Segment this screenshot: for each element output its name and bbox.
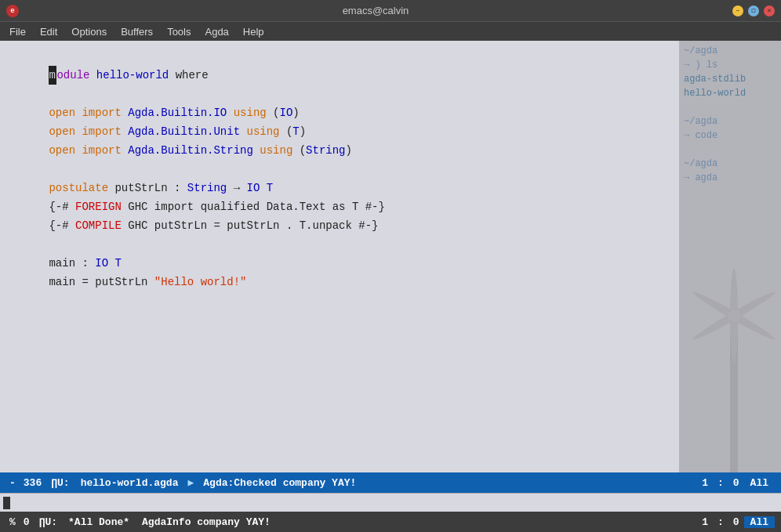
sb-col1: 1 xyxy=(697,477,713,489)
sb2-num: 0 xyxy=(19,516,35,528)
right-line-2: → ) ls xyxy=(684,58,776,72)
statusbar-main: - 336 ∏U: hello-world.agda ▶ Agda:Checke… xyxy=(0,472,781,493)
menu-help[interactable]: Help xyxy=(237,24,271,39)
menu-options[interactable]: Options xyxy=(65,24,113,39)
code-line-1: module hello-world where xyxy=(9,47,670,66)
svg-point-4 xyxy=(728,309,740,322)
statusbar-secondary: % 0 ∏U: *All Done* AgdaInfo company YAY!… xyxy=(0,512,781,532)
right-line-4: hello-world xyxy=(684,86,776,100)
sb-col2: 0 xyxy=(728,477,744,489)
sb-colon: : xyxy=(713,477,728,489)
titlebar: e emacs@calvin – ◻ ✕ xyxy=(0,0,781,22)
code-line-7: postulate putStrLn : String → IO T xyxy=(9,160,670,179)
menubar: File Edit Options Buffers Tools Agda Hel… xyxy=(0,22,781,41)
minibuffer[interactable] xyxy=(0,493,781,512)
menu-file[interactable]: File xyxy=(3,24,32,39)
right-line-1: ~/agda xyxy=(684,44,776,58)
sb2-message: AgdaInfo company YAY! xyxy=(136,516,697,528)
sb2-col2: 0 xyxy=(728,516,744,528)
right-line-5 xyxy=(684,100,776,114)
turbine-decoration xyxy=(679,237,781,472)
sb2-col1: 1 xyxy=(697,516,713,528)
minibuffer-cursor xyxy=(3,497,10,509)
window-title: emacs@calvin xyxy=(19,5,732,16)
app-logo: e xyxy=(6,5,19,17)
menu-edit[interactable]: Edit xyxy=(34,24,64,39)
sb-mode: ∏U: xyxy=(46,477,74,489)
sb-arrow: ▶ xyxy=(184,476,197,489)
sb-message: Agda:Checked company YAY! xyxy=(197,477,697,489)
sb-filename: hello-world.agda xyxy=(74,477,185,489)
sb-linecount: 336 xyxy=(19,477,46,489)
right-line-7: → code xyxy=(684,128,776,143)
close-button[interactable]: ✕ xyxy=(764,5,775,16)
sb-dash: - xyxy=(6,477,19,489)
code-line-3: open import Agda.Builtin.IO using (IO) xyxy=(9,85,670,103)
menu-buffers[interactable]: Buffers xyxy=(114,24,159,39)
sb2-all: All xyxy=(744,516,775,528)
editor-area[interactable]: module hello-world where open import Agd… xyxy=(0,41,679,472)
right-panel-content: ~/agda → ) ls agda-stdlib hello-world ~/… xyxy=(679,41,781,188)
sb-all: All xyxy=(744,477,775,489)
cursor: m xyxy=(49,66,56,85)
sb2-percent: % xyxy=(6,516,19,528)
right-line-3: agda-stdlib xyxy=(684,72,776,86)
menu-tools[interactable]: Tools xyxy=(161,24,197,39)
restore-button[interactable]: ◻ xyxy=(748,5,759,16)
right-line-10: → agda xyxy=(684,171,776,185)
minimize-button[interactable]: – xyxy=(732,5,743,16)
right-line-8 xyxy=(684,143,776,157)
main-area: module hello-world where open import Agd… xyxy=(0,41,781,472)
right-line-9: ~/agda xyxy=(684,157,776,171)
sb2-filename: *All Done* xyxy=(62,516,136,528)
right-panel: ~/agda → ) ls agda-stdlib hello-world ~/… xyxy=(679,41,781,472)
sb2-colon: : xyxy=(713,516,728,528)
code-line-11: main : IO T xyxy=(9,235,670,254)
right-line-6: ~/agda xyxy=(684,114,776,128)
sb2-mode: ∏U: xyxy=(35,516,62,528)
menu-agda[interactable]: Agda xyxy=(198,24,234,39)
window-controls: – ◻ ✕ xyxy=(732,5,775,16)
